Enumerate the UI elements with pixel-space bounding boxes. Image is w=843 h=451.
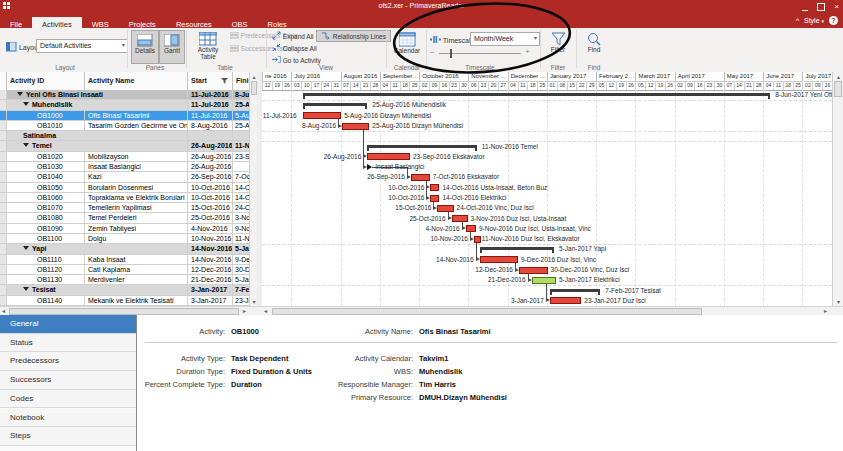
- timescale-slider[interactable]: – +: [430, 50, 530, 60]
- table-row[interactable]: OB1080Temel Perdeleri25-Oct-20163-Nov-20…: [0, 213, 249, 223]
- gantt-bar-task[interactable]: [430, 184, 439, 191]
- gantt-bar-task[interactable]: [532, 277, 556, 284]
- app-window: ofs2.xer - PrimaveraReader × FileActivit…: [0, 0, 843, 451]
- calendar-button[interactable]: Calendar: [390, 30, 424, 66]
- details-tab-general[interactable]: General: [0, 315, 136, 334]
- gantt-bar-task[interactable]: [474, 236, 481, 243]
- table-row[interactable]: OB1060Topraklama ve Elektrik Borulari10-…: [0, 193, 249, 203]
- collapse-all-button[interactable]: Collapse All: [272, 43, 317, 52]
- gantt-bar-task[interactable]: [519, 267, 548, 274]
- bar-start-label: 14-Nov-2016: [436, 256, 474, 263]
- week-cell: 07: [724, 81, 734, 90]
- summary-start-cap: [550, 289, 552, 295]
- relationship-lines-toggle[interactable]: Relationship Lines: [316, 30, 391, 42]
- gantt-bar-task[interactable]: [437, 205, 453, 212]
- table-cell: [0, 224, 7, 233]
- table-cell: OB1050: [7, 183, 85, 192]
- table-row[interactable]: OB1070Temellerin Yapilmasi15-Oct-201624-…: [0, 203, 249, 213]
- gantt-bar-summary[interactable]: [550, 289, 601, 292]
- table-row[interactable]: OB1020Mobilizayson26-Aug-201623-Sep-2016: [0, 152, 249, 162]
- layout-button[interactable]: Layout: [6, 42, 40, 52]
- chevron-down-icon[interactable]: [23, 287, 29, 291]
- table-row[interactable]: OB1050Borularin Dosenmesi10-Oct-201614-O…: [0, 183, 249, 193]
- table-row[interactable]: OB1010Tasarim Gozden Gecirme ve Onay8-Au…: [0, 121, 249, 131]
- chevron-down-icon[interactable]: [23, 102, 29, 106]
- gantt-bar-task[interactable]: [411, 174, 430, 181]
- gantt-bar-task[interactable]: [430, 195, 439, 202]
- table-cell: 3-Jan-2017: [188, 285, 233, 294]
- scroll-down-icon[interactable]: ▾: [833, 298, 843, 305]
- scroll-up-icon[interactable]: ▴: [833, 73, 843, 80]
- details-pane-button[interactable]: Details: [131, 30, 159, 64]
- timescale-combobox[interactable]: Month/Week▾: [470, 32, 540, 46]
- scrollbar-thumb[interactable]: [834, 81, 842, 97]
- gantt-bar-summary[interactable]: [480, 247, 554, 250]
- combo-arrow-icon: ▾: [122, 40, 125, 51]
- week-cell: 17: [311, 81, 321, 90]
- row-gridline: [262, 100, 832, 101]
- collapse-ribbon-icon[interactable]: ^: [796, 13, 799, 28]
- details-tab-predecessors[interactable]: Predecessors: [0, 352, 136, 371]
- table-cell: 10-Nov-2016: [188, 234, 233, 243]
- slider-handle[interactable]: [450, 49, 452, 58]
- table-cell: [233, 131, 249, 140]
- gantt-pane-button[interactable]: Gantt: [159, 30, 185, 64]
- table-row[interactable]: OB1110Kaba Insaat14-Nov-20169-Dec-2016: [0, 255, 249, 265]
- bar-start-label: 15-Oct-2016: [395, 204, 431, 211]
- table-cell: Muhendislik: [7, 100, 188, 109]
- details-tab-status[interactable]: Status: [0, 334, 136, 353]
- table-cell: 12-Dec-2016: [188, 265, 233, 274]
- table-row[interactable]: Muhendislik11-Jul-201625-Aug-2016: [0, 100, 249, 110]
- month-gridline: [802, 90, 803, 306]
- close-icon[interactable]: ×: [834, 1, 839, 12]
- gantt-hscroll-thumb[interactable]: [272, 308, 702, 315]
- go-to-activity-button[interactable]: Go to Activity: [272, 55, 321, 64]
- gantt-bar-task[interactable]: [303, 112, 342, 119]
- gantt-bar-task[interactable]: [480, 256, 519, 263]
- find-button[interactable]: Find: [580, 30, 608, 66]
- table-row[interactable]: Yapi14-Nov-20165-Jan-2017: [0, 244, 249, 254]
- gantt-vertical-scrollbar[interactable]: ▴ ▾: [832, 72, 843, 306]
- table-row[interactable]: OB1030Insaat Baslangici26-Aug-2016: [0, 162, 249, 172]
- style-dropdown[interactable]: Style ▾: [804, 13, 824, 29]
- table-row[interactable]: OB1130Merdivenler21-Dec-20165-Jan-2017: [0, 275, 249, 285]
- gantt-bar-summary[interactable]: [303, 93, 770, 96]
- week-cell: 25: [409, 81, 419, 90]
- gantt-milestone[interactable]: [367, 164, 372, 170]
- table-cell: 5-Jan-2017: [233, 275, 249, 284]
- table-row[interactable]: OB1000Ofis Binasi Tasarimi11-Jul-20165-A…: [0, 111, 249, 121]
- details-tab-steps[interactable]: Steps: [0, 427, 136, 446]
- table-row[interactable]: Tesisat3-Jan-20177-Feb-2017: [0, 285, 249, 295]
- help-icon[interactable]: ?: [829, 16, 838, 25]
- table-row[interactable]: Yeni Ofis Binasi Insaati11-Jul-20168-Jun…: [0, 90, 249, 100]
- gantt-bar-task[interactable]: [367, 153, 410, 160]
- gantt-bar-task[interactable]: [466, 225, 476, 232]
- chevron-down-icon[interactable]: [17, 92, 23, 96]
- layout-combobox[interactable]: Default Activities▾: [36, 39, 128, 53]
- table-row[interactable]: OB1040Kazi26-Sep-20167-Oct-2016: [0, 172, 249, 182]
- summary-start-cap: [367, 145, 369, 151]
- gantt-bar-summary[interactable]: [367, 145, 477, 148]
- gantt-bar-summary[interactable]: [303, 103, 368, 106]
- chevron-down-icon[interactable]: [23, 143, 29, 147]
- table-row[interactable]: OB1100Dolgu10-Nov-201611-Nov-2016: [0, 234, 249, 244]
- table-row[interactable]: Satinalma: [0, 131, 249, 141]
- minimize-icon[interactable]: [802, 1, 808, 11]
- gantt-bar-task[interactable]: [452, 215, 468, 222]
- expand-all-button[interactable]: Expand All: [272, 31, 314, 40]
- details-tab-codes[interactable]: Codes: [0, 390, 136, 409]
- table-cell: 9-Dec-2016: [233, 255, 249, 264]
- table-row[interactable]: Temel26-Aug-201611-Nov-2016: [0, 141, 249, 151]
- table-hscroll-thumb[interactable]: [9, 308, 239, 315]
- details-tab-notebook[interactable]: Notebook: [0, 409, 136, 428]
- maximize-icon[interactable]: [817, 3, 825, 11]
- table-row[interactable]: OB1120Cati Kaplama12-Dec-201630-Dec-2016: [0, 265, 249, 275]
- gantt-bar-task[interactable]: [342, 123, 369, 130]
- table-row[interactable]: OB1140Mekanik ve Elektrik Tesisati3-Jan-…: [0, 296, 249, 306]
- chevron-down-icon[interactable]: [23, 246, 29, 250]
- table-row[interactable]: OB1090Zemin Tabliyesi4-Nov-20169-Nov-201…: [0, 224, 249, 234]
- filter-button[interactable]: Filter: [544, 30, 572, 66]
- activity-table-button[interactable]: Activity Table: [190, 30, 226, 66]
- gantt-bar-task[interactable]: [550, 297, 581, 304]
- details-tab-successors[interactable]: Successors: [0, 371, 136, 390]
